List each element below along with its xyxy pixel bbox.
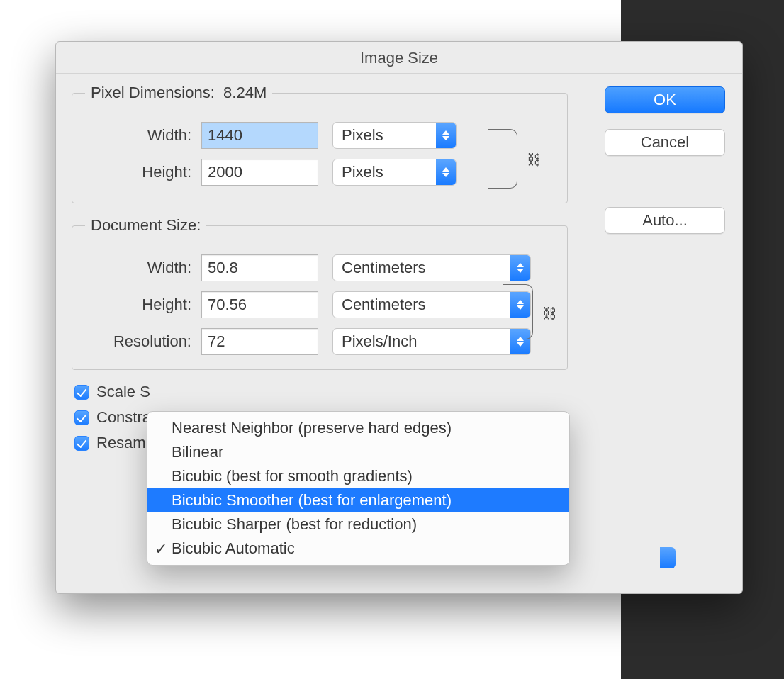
ds-width-input[interactable] — [201, 254, 318, 281]
resolution-input[interactable] — [201, 328, 318, 355]
link-icon[interactable]: ⛓ — [542, 305, 557, 321]
auto-button[interactable]: Auto... — [605, 207, 725, 234]
ds-legend: Document Size: — [85, 216, 206, 235]
link-icon[interactable]: ⛓ — [526, 152, 542, 167]
resample-option-label: Bicubic Sharper (best for reduction) — [172, 515, 417, 534]
checkbox-checked-icon — [74, 385, 89, 400]
ds-width-row: Width: Centimeters — [85, 254, 554, 281]
pd-width-input[interactable] — [201, 122, 318, 149]
stepper-icon — [436, 159, 456, 185]
dialog-buttons: OK Cancel Auto... — [605, 86, 725, 234]
resolution-unit-select[interactable]: Pixels/Inch — [332, 328, 531, 355]
pd-link-bracket — [488, 129, 517, 189]
ds-link-bracket — [503, 284, 533, 340]
document-size-group: Document Size: Width: Centimeters Height… — [72, 216, 568, 370]
pd-width-row: Width: Pixels — [85, 122, 554, 149]
pd-height-unit-select[interactable]: Pixels — [332, 159, 457, 186]
cancel-button[interactable]: Cancel — [605, 129, 725, 156]
ds-resolution-row: Resolution: Pixels/Inch — [85, 328, 554, 355]
checkbox-checked-icon — [74, 436, 89, 451]
resample-option[interactable]: Bicubic Sharper (best for reduction) — [147, 512, 569, 537]
pd-legend-prefix: Pixel Dimensions: — [91, 84, 215, 101]
pd-height-row: Height: Pixels — [85, 159, 554, 186]
resample-option-label: Bicubic (best for smooth gradients) — [172, 467, 413, 486]
constrain-label: Constra — [96, 408, 151, 427]
resample-option[interactable]: Bilinear — [147, 440, 569, 464]
resample-option[interactable]: Bicubic Smoother (best for enlargement) — [147, 488, 569, 512]
resample-method-menu: Nearest Neighbor (preserve hard edges)Bi… — [147, 411, 570, 566]
resample-option[interactable]: Bicubic (best for smooth gradients) — [147, 464, 569, 488]
pd-height-label: Height: — [85, 163, 191, 181]
checkbox-checked-icon — [74, 410, 89, 425]
resample-option[interactable]: Nearest Neighbor (preserve hard edges) — [147, 416, 569, 440]
pd-width-unit-value: Pixels — [342, 126, 383, 145]
scale-styles-checkbox-row[interactable]: Scale S — [74, 383, 568, 401]
resample-option-label: Bicubic Automatic — [172, 539, 295, 558]
dialog-title: Image Size — [56, 42, 742, 74]
pixel-dimensions-group: Pixel Dimensions: 8.24M Width: Pixels He… — [72, 84, 568, 203]
scale-styles-label: Scale S — [96, 383, 150, 401]
ds-height-row: Height: Centimeters — [85, 291, 554, 318]
stepper-icon — [510, 255, 530, 281]
resolution-unit-value: Pixels/Inch — [342, 332, 417, 351]
check-icon: ✓ — [155, 540, 167, 559]
resample-label: Resam — [96, 434, 146, 452]
ds-height-unit-value: Centimeters — [342, 296, 426, 314]
ds-resolution-label: Resolution: — [85, 332, 191, 351]
stepper-icon — [436, 123, 456, 148]
ds-height-input[interactable] — [201, 291, 318, 318]
ds-height-unit-select[interactable]: Centimeters — [332, 291, 531, 318]
resample-option-label: Bilinear — [172, 443, 223, 461]
ok-button[interactable]: OK — [605, 86, 725, 113]
pd-size-readout: 8.24M — [223, 84, 267, 101]
dialog-fields: Pixel Dimensions: 8.24M Width: Pixels He… — [72, 84, 568, 452]
ds-width-label: Width: — [85, 259, 191, 277]
resample-option-label: Bicubic Smoother (best for enlargement) — [172, 491, 452, 510]
resample-select-cap[interactable] — [660, 547, 676, 568]
pd-width-unit-select[interactable]: Pixels — [332, 122, 457, 149]
pd-height-input[interactable] — [201, 159, 318, 186]
resample-option-label: Nearest Neighbor (preserve hard edges) — [172, 419, 452, 437]
pd-height-unit-value: Pixels — [342, 163, 383, 181]
pixel-dimensions-legend: Pixel Dimensions: 8.24M — [85, 84, 272, 102]
ds-width-unit-select[interactable]: Centimeters — [332, 254, 531, 281]
resample-option[interactable]: ✓Bicubic Automatic — [147, 537, 569, 561]
ds-height-label: Height: — [85, 296, 191, 314]
ds-width-unit-value: Centimeters — [342, 259, 426, 277]
pd-width-label: Width: — [85, 126, 191, 145]
